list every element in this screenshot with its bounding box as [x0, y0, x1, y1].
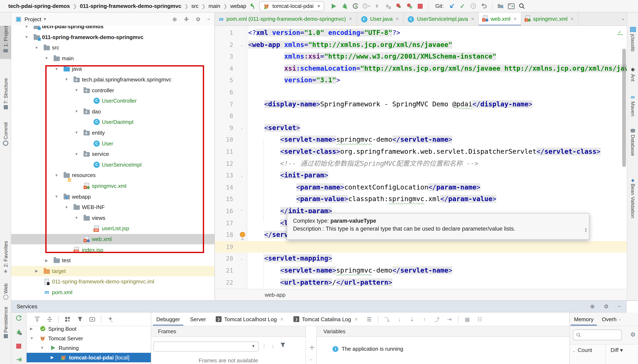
editor-tab-pom-xml-011-spring-framework-demo-springmvc-[interactable]: mpom.xml (011-spring-framework-demo-spri… — [215, 12, 357, 25]
tree-item-011-spring-framework-demo-springmvc[interactable]: ▼011-spring-framework-demo-springmvc — [11, 32, 214, 42]
collapse-arrow-icon[interactable]: ▼ — [74, 131, 80, 135]
rollback-button[interactable] — [478, 1, 490, 11]
editor-line[interactable]: 19 — [215, 241, 627, 253]
frame-down-icon[interactable]: ↓ — [272, 342, 274, 349]
breadcrumb-item[interactable]: webap — [230, 3, 246, 9]
collapse-arrow-icon[interactable]: ▼ — [74, 110, 80, 114]
editor-line[interactable]: 2⌄<web-app xmlns="http://xmlns.jcp.org/x… — [215, 39, 627, 51]
tree-item-springmvc-xml[interactable]: <springmvc.xml — [11, 180, 214, 191]
search-everywhere-icon[interactable] — [516, 1, 527, 11]
tree-item-userlist-jsp[interactable]: JSPuserList.jsp — [11, 223, 214, 234]
settings-gear-icon[interactable]: ⚙ — [196, 16, 200, 22]
close-icon[interactable]: ✕ — [349, 16, 352, 21]
editor-scrollbar[interactable] — [622, 48, 626, 167]
group-by-icon[interactable] — [61, 314, 74, 324]
tool-window-button-commit[interactable]: Commit — [0, 122, 11, 151]
count-column-header[interactable]: . Count — [570, 344, 606, 364]
editor-line[interactable]: 7<display-name>SpringFramework - SpringM… — [215, 98, 627, 110]
debug-button[interactable] — [339, 1, 350, 11]
git-update-button[interactable] — [446, 1, 457, 11]
thread-combobox[interactable]: ▼ — [153, 342, 258, 352]
profiler-button[interactable] — [361, 1, 372, 11]
tool-window-button-ant[interactable]: ✱Ant — [627, 66, 638, 88]
collapse-arrow-icon[interactable]: ▼ — [54, 67, 60, 71]
editor-line[interactable]: 20⌄<servlet-mapping> — [215, 253, 627, 265]
tool-window-button-bean-validation[interactable]: ◆Bean Validation — [627, 176, 638, 234]
stop-button[interactable] — [14, 342, 23, 350]
tree-item-user[interactable]: CUser — [11, 138, 214, 149]
editor-line[interactable]: 9⌄<servlet> — [215, 122, 627, 134]
editor-line[interactable]: 12<!-- 通过初始化参数指定SpringMVC配置文件的位置和名称 --> — [215, 158, 627, 170]
tree-item-011-spring-framework-demo-springmvc-iml[interactable]: 011-spring-framework-demo-springmvc.iml — [11, 276, 214, 287]
run-configuration-select[interactable]: tomcat-local-pdai ▼ — [260, 1, 324, 11]
editor-tab-user-java[interactable]: CUser.java✕ — [357, 12, 404, 25]
tool-window-button-persistence[interactable]: Persistence — [0, 307, 11, 345]
tab-overhead[interactable]: Overh⌄ — [598, 312, 626, 326]
editor-line[interactable]: 6 — [215, 86, 627, 98]
editor-line[interactable]: 14<param-name>contextConfigLocation</par… — [215, 182, 627, 194]
tree-item-service[interactable]: ▼service — [11, 149, 214, 159]
collapse-arrow-icon[interactable]: ▼ — [34, 46, 40, 50]
tree-item-usercontroller[interactable]: CUserController — [11, 96, 214, 106]
rerun-button[interactable] — [14, 314, 23, 322]
tree-item-target[interactable]: ▶target — [11, 266, 214, 276]
tool-window-button-jclasslib[interactable]: jclasslib — [627, 26, 638, 64]
breadcrumb-item[interactable]: src — [192, 3, 199, 9]
tree-item-src[interactable]: ▼src — [11, 42, 214, 53]
tree-item-entity[interactable]: ▼entity — [11, 127, 214, 138]
editor-line[interactable]: 15<param-value>classpath:springmvc.xml</… — [215, 194, 627, 205]
locate-button[interactable]: ⊕ — [590, 303, 595, 310]
expand-all-icon[interactable] — [31, 314, 43, 324]
tree-item-tech-pdai-spring-demos[interactable]: ▼tech-pdai-spring-demos — [11, 26, 214, 32]
run-with-coverage-button[interactable] — [350, 1, 361, 11]
show-services-icon[interactable] — [86, 314, 98, 324]
editor-body[interactable]: 1<?xml version="1.0" encoding="UTF-8"?>2… — [215, 26, 627, 289]
xml-breadcrumb-item[interactable]: web-app — [265, 292, 286, 298]
tool-window-button-7-structure[interactable]: 7: Structure — [0, 78, 11, 114]
history-button[interactable] — [468, 1, 478, 11]
tree-item-views[interactable]: ▼views — [11, 212, 214, 223]
breadcrumb[interactable]: tech-pdai-spring-demos❯011-spring-framew… — [8, 3, 246, 9]
collapse-arrow-icon[interactable]: ▼ — [74, 216, 80, 220]
tree-item-web-xml[interactable]: <web.xml — [11, 234, 214, 244]
editor-line[interactable]: 10<servlet-name>springmvc-demo</servlet-… — [215, 134, 627, 146]
breadcrumb-item[interactable]: main — [209, 3, 220, 9]
editor-line[interactable]: 5version="3.1"> — [215, 74, 627, 86]
project-tree[interactable]: ▼tech-pdai-spring-demos▼011-spring-frame… — [11, 26, 214, 300]
editor-line[interactable]: 3xmlns:xsi="http://www.w3.org/2001/XMLSc… — [215, 51, 627, 62]
recent-locations-arrow-icon[interactable] — [249, 3, 256, 9]
tool-window-button-database[interactable]: Database — [627, 127, 638, 167]
fold-marker-icon[interactable]: ⌄ — [239, 122, 245, 134]
stop-button[interactable] — [415, 1, 426, 11]
editor-line[interactable]: 4xsi:schemaLocation="http://xmlns.jcp.or… — [215, 63, 627, 74]
memory-search-input[interactable] — [573, 330, 622, 340]
git-commit-button[interactable]: ✓ — [457, 1, 468, 11]
attach-profiler-settings-icon[interactable] — [382, 1, 394, 11]
expand-arrow-icon[interactable]: ▶ — [30, 326, 33, 331]
attach-profiler-icon[interactable] — [372, 1, 382, 11]
resume-button[interactable] — [14, 355, 23, 364]
collapse-arrow-icon[interactable]: ▼ — [74, 88, 80, 92]
tree-item-resources[interactable]: ▼resources — [11, 170, 214, 180]
editor-line[interactable]: 11<servlet-class>org.springframework.web… — [215, 146, 627, 158]
collapse-arrow-icon[interactable]: ▼ — [24, 35, 30, 39]
collapse-all-icon[interactable] — [43, 314, 56, 324]
editor-line[interactable]: 8 — [215, 110, 627, 122]
tree-item-test[interactable]: ▶test — [11, 255, 214, 266]
editor-line[interactable]: 21<servlet-name>springmvc-demo</servlet-… — [215, 265, 627, 276]
collapse-arrow-icon[interactable]: ▼ — [64, 205, 70, 209]
project-structure-button[interactable] — [495, 1, 506, 11]
tree-item-main[interactable]: ▼main — [11, 53, 214, 64]
expand-arrow-icon[interactable]: ▶ — [44, 258, 50, 262]
tree-item-userserviceimpl[interactable]: CUserServiceImpl — [11, 159, 214, 170]
tree-item-java[interactable]: ▼java — [11, 64, 214, 74]
editor-line[interactable]: 22<url-pattern>/</url-pattern> — [215, 276, 627, 288]
collapse-arrow-icon[interactable]: ▼ — [64, 78, 70, 82]
fold-marker-icon[interactable]: ⌃ — [239, 205, 245, 217]
close-icon[interactable]: ✕ — [513, 16, 517, 21]
breadcrumb-item[interactable]: tech-pdai-spring-demos — [8, 3, 70, 9]
collapse-arrow-icon[interactable]: ▼ — [74, 152, 80, 156]
profiler-record-button[interactable] — [404, 1, 415, 11]
close-icon[interactable]: ✕ — [570, 16, 574, 21]
editor-tab-springmvc-xml[interactable]: <springmvc.xml✕ — [522, 12, 578, 25]
